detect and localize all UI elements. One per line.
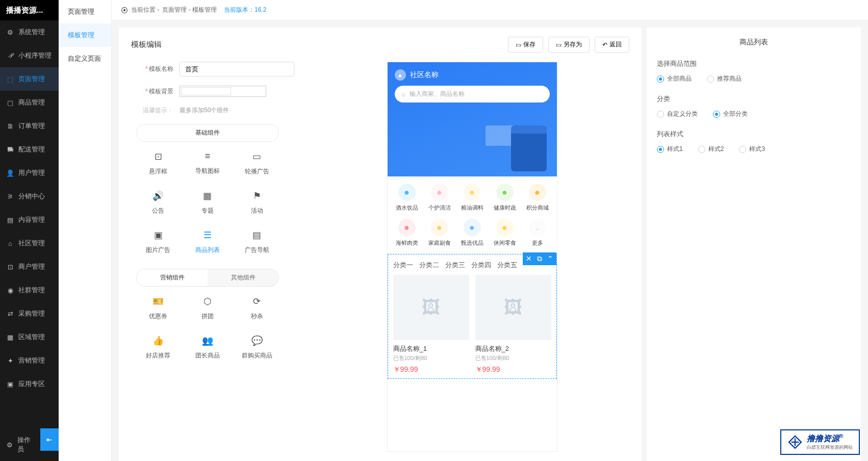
sidebar-item-0[interactable]: ⚙系统管理 [0, 20, 59, 44]
nav-item-1[interactable]: ●个护清洁 [423, 184, 456, 212]
sidebar-item-15[interactable]: ▣应用专区 [0, 372, 59, 396]
nav-icon: ● [398, 219, 416, 236]
component-icon: ▤ [252, 229, 261, 241]
template-name-input[interactable] [180, 62, 294, 76]
component-悬浮框[interactable]: ⊡悬浮框 [136, 151, 181, 176]
header-illustration [486, 120, 547, 171]
component-导航图标[interactable]: ≡导航图标 [186, 151, 230, 176]
radio-option-0-1[interactable]: 推荐商品 [707, 74, 742, 83]
component-群购买商品[interactable]: 💬群购买商品 [235, 335, 279, 360]
breadcrumb-bar: ⦿ 当前位置 - 页面管理 - 模板管理 当前版本：16.2 [112, 0, 868, 20]
nav-item-5[interactable]: ●海鲜肉类 [391, 219, 423, 247]
community-avatar-icon: ▲ [395, 69, 406, 81]
component-图片广告[interactable]: ▣图片广告 [136, 229, 181, 254]
nav-item-4[interactable]: ●积分商城 [521, 184, 554, 212]
delete-icon[interactable]: ✕ [526, 254, 532, 263]
purchase-icon: ⇄ [6, 310, 14, 318]
product-sub: 已售100/剩80 [475, 354, 551, 362]
sidebar-item-operator[interactable]: ⚙ 操作员 [0, 428, 40, 461]
cat-tab-0[interactable]: 分类一 [393, 261, 413, 270]
cat-tab-2[interactable]: 分类三 [445, 261, 465, 270]
sub-item-0[interactable]: 模板管理 [59, 23, 111, 47]
component-广告导航[interactable]: ▤广告导航 [235, 229, 279, 254]
cat-tab-1[interactable]: 分类二 [419, 261, 439, 270]
nav-icon: ● [431, 184, 448, 201]
component-团长商品[interactable]: 👥团长商品 [186, 335, 230, 360]
nav-label: 个护清洁 [428, 204, 451, 212]
component-活动[interactable]: ⚑活动 [235, 190, 279, 215]
preview-search-input[interactable]: ⌕ 输入商家、商品名称 [395, 86, 550, 103]
nav-label: 家庭副食 [428, 239, 451, 247]
tab-basic[interactable]: 基础组件 [137, 124, 278, 141]
sidebar-item-11[interactable]: ◉社群管理 [0, 278, 59, 302]
sidebar-item-4[interactable]: 🗎订单管理 [0, 114, 59, 138]
component-好店推荐[interactable]: 👍好店推荐 [136, 335, 181, 360]
nav-icon: ● [431, 219, 448, 236]
sidebar-collapse-button[interactable]: ⇤ [40, 428, 59, 451]
radio-option-0-0[interactable]: 全部商品 [657, 74, 692, 83]
sidebar-item-3[interactable]: ▢商品管理 [0, 91, 59, 114]
copy-icon[interactable]: ⧉ [537, 254, 542, 263]
nav-item-3[interactable]: ●健康时蔬 [489, 184, 521, 212]
component-icon: ⟳ [253, 296, 261, 307]
sidebar-item-13[interactable]: ▦区域管理 [0, 325, 59, 349]
component-type-tab: 基础组件 [136, 124, 279, 142]
sidebar-item-12[interactable]: ⇄采购管理 [0, 302, 59, 325]
product-card-0[interactable]: 🖼 商品名称_1 已售100/剩80 ￥99.99 [393, 275, 469, 374]
component-拼团[interactable]: ⬡拼团 [186, 296, 230, 321]
component-icon: ⊡ [155, 151, 162, 162]
cat-tab-3[interactable]: 分类四 [471, 261, 491, 270]
nav-item-6[interactable]: ●家庭副食 [423, 219, 456, 247]
component-公告[interactable]: 🔊公告 [136, 190, 181, 215]
save-button[interactable]: ▭保存 [508, 37, 543, 53]
editor-title: 模板编辑 [131, 40, 162, 49]
component-秒杀[interactable]: ⟳秒杀 [235, 296, 279, 321]
component-轮播广告[interactable]: ▭轮播广告 [235, 151, 279, 176]
sidebar-item-1[interactable]: 𝒫小程序管理 [0, 44, 59, 67]
sidebar-item-10[interactable]: ⊡商户管理 [0, 255, 59, 278]
tab-other[interactable]: 其他组件 [208, 269, 278, 286]
radio-option-1-0[interactable]: 自定义分类 [657, 110, 698, 118]
component-icon: 🎫 [152, 296, 164, 307]
sidebar-item-14[interactable]: ✦营销管理 [0, 349, 59, 372]
component-专题[interactable]: ▦专题 [186, 190, 230, 215]
sidebar-item-6[interactable]: 👤用户管理 [0, 161, 59, 185]
sidebar-item-9[interactable]: ⌂社区管理 [0, 232, 59, 255]
location-icon: ⦿ [121, 6, 128, 14]
radio-option-2-1[interactable]: 样式2 [698, 145, 724, 153]
radio-option-2-2[interactable]: 样式3 [739, 145, 765, 153]
component-商品列表[interactable]: ☰商品列表 [186, 229, 230, 254]
app-logo: 播播资源... [0, 0, 59, 20]
settings-group-2: 列表样式样式1样式2样式3 [657, 130, 851, 153]
component-label: 团长商品 [195, 351, 220, 360]
product-card-1[interactable]: 🖼 商品名称_2 已售100/剩80 ￥99.99 [475, 275, 551, 374]
sub-item-1[interactable]: 自定义页面 [59, 47, 111, 70]
sidebar-item-2[interactable]: ⬚页面管理 [0, 67, 59, 91]
product-list-section[interactable]: ✕ ⧉ ⌃ 分类一分类二分类三分类四分类五 🖼 商品名称_1 已售100/剩80… [388, 254, 557, 379]
save-as-button[interactable]: ▭另存为 [548, 37, 590, 53]
nav-item-2[interactable]: ●粮油调料 [456, 184, 489, 212]
component-label: 图片广告 [146, 246, 170, 254]
tab-marketing[interactable]: 营销组件 [137, 269, 208, 286]
move-up-icon[interactable]: ⌃ [547, 254, 553, 263]
template-bg-input[interactable] [180, 86, 266, 97]
radio-option-2-0[interactable]: 样式1 [657, 145, 683, 153]
nav-item-8[interactable]: ●休闲零食 [489, 219, 521, 247]
sidebar-item-7[interactable]: ⚞分销中心 [0, 185, 59, 208]
radio-icon [657, 146, 664, 153]
component-优惠券[interactable]: 🎫优惠券 [136, 296, 181, 321]
nav-icon: ● [529, 184, 546, 201]
nav-item-9[interactable]: ⌄更多 [521, 219, 554, 247]
back-button[interactable]: ↶返回 [595, 37, 629, 53]
nav-label: 甄选优品 [461, 239, 483, 247]
nav-item-0[interactable]: ●酒水饮品 [391, 184, 423, 212]
cat-tab-4[interactable]: 分类五 [497, 261, 517, 270]
radio-option-1-1[interactable]: 全部分类 [713, 110, 748, 118]
component-icon: ≡ [205, 151, 211, 162]
sidebar-item-8[interactable]: ▤内容管理 [0, 208, 59, 232]
nav-item-7[interactable]: ●甄选优品 [456, 219, 489, 247]
delivery-icon: ⛟ [6, 145, 14, 153]
nav-label: 更多 [532, 239, 543, 247]
sidebar-item-5[interactable]: ⛟配送管理 [0, 138, 59, 161]
settings-group-label: 列表样式 [657, 130, 851, 139]
